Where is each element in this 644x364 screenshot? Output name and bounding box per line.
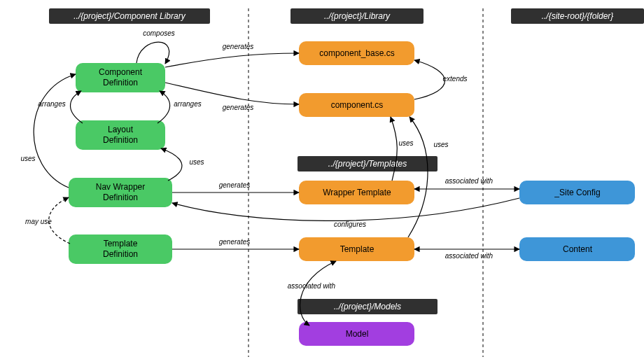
edge-composes-label: composes — [143, 29, 175, 37]
edge-extends-label: extends — [442, 75, 467, 83]
edge-configures-label: configures — [334, 220, 366, 228]
edge-arranges-right-label: arranges — [174, 100, 201, 108]
node-template-label: Template — [340, 244, 374, 254]
edge-extends — [414, 60, 445, 99]
node-layout-definition-label2: Definition — [103, 135, 138, 145]
edge-wrapper-uses-comp-label: uses — [398, 139, 413, 147]
edge-may-use-label: may use — [25, 218, 52, 225]
node-wrapper-template-label: Wrapper Template — [323, 188, 391, 197]
edge-arranges-right — [158, 91, 170, 123]
edge-assoc-model-label: associated with — [288, 282, 336, 290]
col-header-left-text: ../{project}/Component Library — [74, 11, 186, 21]
node-site-config-label: _Site Config — [554, 188, 600, 197]
node-nav-wrapper-definition-label2: Definition — [103, 192, 138, 202]
edge-nav-uses-comp — [34, 74, 76, 188]
edge-gen-compbase — [165, 53, 299, 67]
edge-may-use — [49, 197, 70, 244]
edge-gen-compbase-label: generates — [223, 43, 253, 50]
node-model-label: Model — [346, 329, 369, 339]
node-template-definition-label1: Template — [104, 239, 138, 248]
node-component-cs-label: component.cs — [331, 100, 384, 110]
col-header-right-text: ../{site-root}/{folder} — [542, 11, 614, 21]
edge-arranges-left-label: arranges — [38, 100, 65, 108]
node-component-base-cs-label: component_base.cs — [319, 48, 394, 58]
edge-assoc-model — [300, 261, 336, 326]
edge-gen-wrapper-label: generates — [219, 181, 250, 189]
node-component-definition-label1: Component — [99, 67, 143, 77]
node-content-label: Content — [563, 244, 593, 254]
edge-arranges-left — [70, 91, 83, 123]
edge-assoc-content-label: associated with — [445, 252, 493, 260]
subheader-models-text: ../{project}/Models — [334, 302, 401, 312]
edge-nav-uses-comp-label: uses — [20, 155, 35, 162]
edge-gen-compcs-label: generates — [223, 104, 253, 111]
node-layout-definition-label1: Layout — [108, 125, 134, 134]
node-nav-wrapper-definition-label1: Nav Wrapper — [96, 182, 145, 192]
edge-nav-uses-layout — [161, 148, 182, 181]
col-header-middle-text: ../{project}/Library — [324, 11, 391, 21]
edge-composes — [136, 42, 169, 64]
edge-template-uses-comp-label: uses — [433, 141, 448, 148]
node-component-definition-label2: Definition — [103, 78, 138, 88]
edge-template-uses-comp — [408, 117, 428, 237]
edge-nav-uses-layout-label: uses — [189, 158, 204, 166]
edge-gen-template-label: generates — [219, 238, 250, 246]
node-template-definition-label2: Definition — [103, 249, 138, 259]
edge-assoc-wrapper-label: associated with — [445, 177, 493, 185]
